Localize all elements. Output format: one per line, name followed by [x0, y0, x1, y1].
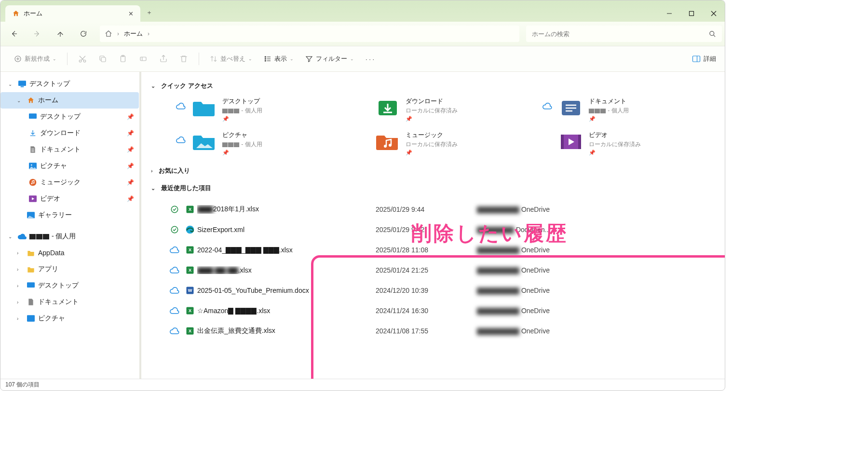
quick-access-item[interactable]: ミュージックローカルに保存済み📌	[359, 131, 523, 156]
tree-onedrive[interactable]: ⌄▇▇▇ - 個人用	[0, 228, 139, 245]
tree-documents2[interactable]: ›ドキュメント	[0, 294, 139, 310]
cut-button[interactable]	[73, 50, 92, 68]
rename-button[interactable]	[134, 50, 152, 68]
sync-status-icon	[166, 225, 183, 234]
search-icon[interactable]	[709, 30, 716, 38]
view-button[interactable]: 表示⌄	[259, 50, 298, 68]
close-tab-icon[interactable]: ✕	[128, 10, 134, 17]
tree-home[interactable]: ⌄ホーム	[0, 92, 139, 109]
tree-desktop2[interactable]: ›デスクトップ	[0, 277, 139, 294]
details-toggle[interactable]: 詳細	[692, 55, 716, 63]
tab-home[interactable]: ホーム ✕	[5, 5, 140, 22]
file-type-icon: X	[183, 205, 197, 214]
file-name: 2022-04_▇▇▇_▇▇▇ ▇▇▇.xlsx	[197, 246, 376, 254]
recent-item[interactable]: SizerExport.xml 2025/01/29 9:42 ▇▇▇▇▇▇▇ …	[166, 220, 715, 240]
tree-downloads[interactable]: ダウンロード📌	[0, 125, 139, 141]
quick-access-item[interactable]: ピクチャ▇▇▇ - 個人用📌	[176, 131, 340, 156]
file-location: ▇▇▇▇▇▇▇▇ OneDrive	[477, 206, 715, 213]
forward-button[interactable]	[27, 25, 48, 42]
home-address-icon[interactable]	[105, 30, 112, 38]
file-location: ▇▇▇▇▇▇▇▇ OneDrive	[477, 307, 715, 315]
delete-button[interactable]	[175, 50, 193, 68]
more-button[interactable]: · · ·	[361, 50, 379, 68]
svg-point-9	[79, 60, 81, 62]
file-date: 2024/11/24 16:30	[376, 307, 477, 315]
pin-icon: 📌	[222, 116, 262, 122]
recent-item[interactable]: X 2022-04_▇▇▇_▇▇▇ ▇▇▇.xlsx 2025/01/28 11…	[166, 240, 715, 260]
quick-access-item[interactable]: ダウンロードローカルに保存済み📌	[359, 97, 523, 122]
svg-rect-33	[27, 282, 35, 288]
file-date: 2025/01/24 21:25	[376, 266, 477, 274]
folder-icon	[191, 131, 217, 152]
pin-icon: 📌	[589, 150, 641, 156]
quick-access-item[interactable]: ビデオローカルに保存済み📌	[542, 131, 706, 156]
close-window-button[interactable]	[703, 5, 725, 22]
filter-button[interactable]: フィルター⌄	[300, 50, 359, 68]
address-bar[interactable]: › ホーム ›	[100, 26, 519, 42]
sync-status-icon	[166, 328, 183, 334]
sidebar: ⌄デスクトップ ⌄ホーム デスクトップ📌 ダウンロード📌 ドキュメント📌 ピクチ…	[0, 72, 141, 379]
sort-button[interactable]: 並べ替え⌄	[205, 50, 257, 68]
svg-rect-44	[561, 135, 564, 149]
tree-appdata[interactable]: ›AppData	[0, 245, 139, 261]
file-name: ▇▇▇ 2018年1月.xlsx	[197, 205, 376, 214]
search-bar[interactable]	[526, 26, 722, 42]
breadcrumb-separator[interactable]: ›	[117, 30, 119, 37]
quick-access-item[interactable]: デスクトップ▇▇▇ - 個人用📌	[176, 97, 340, 122]
section-favorites[interactable]: ›お気に入り	[151, 166, 715, 175]
svg-point-29	[31, 183, 33, 184]
recent-item[interactable]: X 出金伝票_旅費交通費.xlsx 2024/11/08 17:55 ▇▇▇▇▇…	[166, 321, 715, 341]
svg-text:W: W	[188, 288, 192, 293]
quick-access-item[interactable]: ドキュメント▇▇▇ - 個人用📌	[542, 97, 706, 122]
share-button[interactable]	[154, 50, 173, 68]
tree-videos[interactable]: ビデオ📌	[0, 191, 139, 207]
file-type-icon: X	[183, 306, 197, 316]
copy-button[interactable]	[94, 50, 112, 68]
pin-icon: 📌	[127, 146, 134, 153]
folder-icon	[375, 97, 401, 118]
paste-button[interactable]	[114, 50, 132, 68]
svg-point-42	[389, 144, 392, 147]
sync-status-icon	[166, 205, 183, 214]
sync-status-icon	[166, 307, 183, 314]
main-content: ⌄クイック アクセス デスクトップ▇▇▇ - 個人用📌 ダウンロードローカルに保…	[141, 72, 725, 379]
back-button[interactable]	[3, 25, 25, 42]
maximize-button[interactable]	[680, 5, 703, 22]
svg-point-27	[31, 165, 32, 166]
recent-item[interactable]: X ▇▇▇ ▇▇ ▇▇.xlsx 2025/01/24 21:25 ▇▇▇▇▇▇…	[166, 260, 715, 280]
tab-title: ホーム	[24, 9, 42, 18]
tree-documents[interactable]: ドキュメント📌	[0, 141, 139, 158]
recent-item[interactable]: W 2025-01-05_YouTube_Premium.docx 2024/1…	[166, 280, 715, 301]
new-tab-button[interactable]: ＋	[140, 3, 158, 22]
tree-pictures[interactable]: ピクチャ📌	[0, 158, 139, 174]
tree-gallery[interactable]: ›ギャラリー	[0, 207, 139, 223]
qa-sub: ローカルに保存済み	[589, 140, 641, 149]
file-name: ☆Amazon▇ ▇▇▇▇.xlsx	[197, 307, 376, 315]
recent-item[interactable]: X ☆Amazon▇ ▇▇▇▇.xlsx 2024/11/24 16:30 ▇▇…	[166, 301, 715, 321]
search-input[interactable]	[532, 30, 709, 38]
qa-sub: ローカルに保存済み	[406, 140, 458, 149]
refresh-button[interactable]	[73, 25, 94, 42]
file-date: 2025/01/29 9:44	[376, 206, 477, 213]
breadcrumb-home[interactable]: ホーム	[124, 29, 143, 38]
pin-icon: 📌	[222, 150, 262, 156]
svg-rect-11	[101, 57, 106, 62]
new-button[interactable]: 新規作成⌄	[9, 50, 61, 68]
up-button[interactable]	[50, 25, 71, 42]
pin-icon: 📌	[127, 179, 134, 186]
section-quick-access[interactable]: ⌄クイック アクセス	[151, 82, 715, 90]
tree-apps[interactable]: ›アプリ	[0, 261, 139, 277]
item-count: 107 個の項目	[5, 381, 40, 389]
recent-item[interactable]: X ▇▇▇ 2018年1月.xlsx 2025/01/29 9:44 ▇▇▇▇▇…	[166, 199, 715, 220]
tree-music[interactable]: ミュージック📌	[0, 174, 139, 191]
qa-name: ビデオ	[589, 131, 641, 139]
section-recent[interactable]: ⌄最近使用した項目	[151, 184, 715, 192]
svg-point-17	[265, 58, 266, 59]
file-type-icon	[183, 225, 197, 234]
tree-desktop[interactable]: デスクトップ📌	[0, 109, 139, 125]
svg-rect-23	[18, 81, 26, 86]
minimize-button[interactable]	[658, 5, 680, 22]
tree-pictures2[interactable]: ›ピクチャ	[0, 310, 139, 327]
tree-desktop-root[interactable]: ⌄デスクトップ	[0, 76, 139, 92]
breadcrumb-separator[interactable]: ›	[148, 30, 149, 37]
